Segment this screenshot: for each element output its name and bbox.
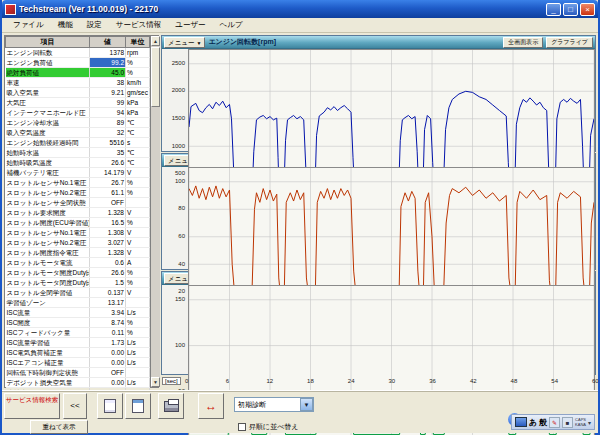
table-row[interactable]: スロットルセンサNo.1電圧1.308V xyxy=(6,228,150,238)
table-row[interactable]: スロットルセンサNo.1電圧26.7% xyxy=(6,178,150,188)
collapse-button[interactable]: << xyxy=(63,393,87,419)
menu-item-5[interactable]: ヘルプ xyxy=(213,19,250,31)
table-row[interactable]: ISCフィードバック量0.11% xyxy=(6,328,150,338)
graph-live-button[interactable]: グラフライブ xyxy=(546,37,593,48)
print-button[interactable] xyxy=(158,393,184,419)
lock-indicators: CAPS KANA xyxy=(575,417,586,427)
form-icon xyxy=(132,399,144,413)
table-row[interactable]: ISC流量学習値1.73L/s xyxy=(6,338,150,348)
ime-mode-indicator[interactable]: 般 xyxy=(539,417,547,428)
pid-table-body: エンジン回転数1378rpm エンジン負荷値99.2% 絶対負荷値45.0% 車… xyxy=(6,48,150,408)
overlay-display-button[interactable]: 重ねて表示 xyxy=(30,420,88,434)
table-row[interactable]: 絶対負荷値45.0% xyxy=(6,68,150,78)
table-row[interactable]: 学習値ゾーン13.17 xyxy=(6,298,150,308)
ime-lang-indicator[interactable]: あ xyxy=(529,417,537,428)
pid-table: 項目 値 単位 エンジン回転数1378rpm エンジン負荷値99.2% 絶対負荷… xyxy=(5,36,150,408)
service-info-search-button[interactable]: サービス情報検索 xyxy=(4,393,60,419)
fullscreen-button[interactable]: 全画面表示 xyxy=(503,37,543,48)
table-row[interactable]: スロットル要求開度1.328V xyxy=(6,208,150,218)
col-header-item[interactable]: 項目 xyxy=(6,37,90,48)
page-icon xyxy=(104,399,116,413)
table-row[interactable]: ISCエアコン補正量0.00L/s xyxy=(6,358,150,368)
ime-pen-icon[interactable]: ✎ xyxy=(549,417,560,428)
x-tick-label: 18 xyxy=(307,378,314,384)
x-tick-label: 54 xyxy=(551,378,558,384)
table-row[interactable]: 始動時水温35℃ xyxy=(6,148,150,158)
table-row[interactable]: エンジン始動後経過時間5516s xyxy=(6,138,150,148)
menu-item-2[interactable]: 設定 xyxy=(80,19,109,31)
menu-item-3[interactable]: サービス情報 xyxy=(109,19,169,31)
y-tick-label: 150 xyxy=(175,296,185,302)
table-row[interactable]: インテークマニホールド圧94kPa xyxy=(6,108,150,118)
table-row[interactable]: 始動時吸気温度26.6℃ xyxy=(6,158,150,168)
chart-title: エンジン回転数[rpm] xyxy=(208,37,500,47)
table-row[interactable]: ISC電気負荷補正量0.00L/s xyxy=(6,348,150,358)
minimize-button[interactable]: _ xyxy=(546,3,561,16)
techstream-window: Techstream (Ver 11.00.019) - 22170 _ □ ×… xyxy=(0,0,600,435)
table-row[interactable]: 補機バッテリ電圧14.179V xyxy=(6,168,150,178)
scroll-down-icon[interactable]: ▼ xyxy=(151,377,160,387)
mode-dropdown[interactable]: 初期診断 ▼ xyxy=(234,397,314,412)
table-row[interactable]: スロットルセンサ全閉状態OFF xyxy=(6,198,150,208)
table-row[interactable]: スロットル開度指令電圧1.328V xyxy=(6,248,150,258)
table-row[interactable]: エンジン負荷値99.2% xyxy=(6,58,150,68)
menu-item-1[interactable]: 機能 xyxy=(51,19,80,31)
table-row[interactable]: スロットル開度(ECU学習値)16.5% xyxy=(6,218,150,228)
ime-options-icon[interactable]: ▾ xyxy=(588,419,591,426)
x-tick-label: 30 xyxy=(389,378,396,384)
table-row[interactable]: スロットルモータ開度Duty比26.6% xyxy=(6,268,150,278)
window-title: Techstream (Ver 11.00.019) - 22170 xyxy=(19,4,546,14)
table-row[interactable]: スロットルモータ閉度Duty比1.5% xyxy=(6,278,150,288)
table-row[interactable]: エンジン冷却水温89℃ xyxy=(6,118,150,128)
chevron-down-icon[interactable]: ▼ xyxy=(300,398,313,411)
chart-panel-absolute-load: メニュー▼ 絶対負荷値[%] 全画面表示 グラフライブ 50100150 xyxy=(161,271,596,375)
table-row[interactable]: 車速38km/h xyxy=(6,78,150,88)
x-axis-ticks: [sec] 06121824303642485460 xyxy=(161,376,596,389)
menu-item-4[interactable]: ユーザー xyxy=(168,19,212,31)
title-bar[interactable]: Techstream (Ver 11.00.019) - 22170 _ □ × xyxy=(2,0,598,18)
x-tick-label: 24 xyxy=(348,378,355,384)
rpm-chart-header: メニュー▼ エンジン回転数[rpm] 全画面表示 グラフライブ xyxy=(162,36,595,49)
compare-button[interactable]: ↔ xyxy=(198,393,224,419)
table-row[interactable]: ISC流量3.94L/s xyxy=(6,308,150,318)
chevron-down-icon: ▼ xyxy=(196,40,201,46)
y-tick-label: 2500 xyxy=(172,60,185,66)
scroll-thumb[interactable] xyxy=(151,47,160,107)
table-row[interactable]: 大気圧99kPa xyxy=(6,98,150,108)
bottom-bar: サービス情報検索 << ↔ 初期診断 ▼ 重ねて表示 昇順に並べ替え ? あ 般… xyxy=(2,390,598,433)
chart-menu-button[interactable]: メニュー▼ xyxy=(164,37,205,48)
chart-panel-rpm: メニュー▼ エンジン回転数[rpm] 全画面表示 グラフライブ 50010001… xyxy=(161,35,596,152)
scroll-track[interactable] xyxy=(151,46,160,377)
x-tick-label: 12 xyxy=(266,378,273,384)
x-tick-label: 48 xyxy=(511,378,518,384)
table-row[interactable]: スロットルセンサNo.2電圧61.1% xyxy=(6,188,150,198)
x-axis-unit-label: [sec] xyxy=(162,377,181,385)
scroll-up-icon[interactable]: ▲ xyxy=(151,36,160,46)
charts-area: メニュー▼ エンジン回転数[rpm] 全画面表示 グラフライブ 50010001… xyxy=(161,35,596,388)
table-row[interactable]: ISC開度8.74% xyxy=(6,318,150,328)
table-scrollbar[interactable]: ▲ ▼ xyxy=(150,36,160,387)
keyboard-icon[interactable] xyxy=(515,417,527,427)
table-row[interactable]: 吸入空気温度32℃ xyxy=(6,128,150,138)
table-row[interactable]: エンジン回転数1378rpm xyxy=(6,48,150,58)
y-tick-label: 1500 xyxy=(172,115,185,121)
table-row[interactable]: スロットルモータ電流0.6A xyxy=(6,258,150,268)
table-row[interactable]: スロットルセンサNo.2電圧3.027V xyxy=(6,238,150,248)
ime-tools-icon[interactable]: ■ xyxy=(562,417,573,428)
maximize-button[interactable]: □ xyxy=(563,3,578,16)
x-tick-label: 6 xyxy=(226,378,229,384)
mode-dropdown-value: 初期診断 xyxy=(235,400,300,410)
table-row[interactable]: デポジット損失空気量0.00L/s xyxy=(6,378,150,388)
col-header-unit[interactable]: 単位 xyxy=(126,37,150,48)
close-button[interactable]: × xyxy=(580,3,595,16)
table-row[interactable]: 回転低下時制御判定状態OFF xyxy=(6,368,150,378)
sort-ascending-label: 昇順に並べ替え xyxy=(249,422,299,432)
col-header-value[interactable]: 値 xyxy=(90,37,126,48)
menu-item-0[interactable]: ファイル xyxy=(6,19,51,31)
data-list-panel: 項目 値 単位 エンジン回転数1378rpm エンジン負荷値99.2% 絶対負荷… xyxy=(4,35,159,388)
sort-ascending-checkbox[interactable] xyxy=(238,423,246,431)
table-row[interactable]: スロットル全閉学習値0.137V xyxy=(6,288,150,298)
table-row[interactable]: 吸入空気量9.21gm/sec xyxy=(6,88,150,98)
report-button[interactable] xyxy=(97,393,123,419)
form-button[interactable] xyxy=(125,393,151,419)
